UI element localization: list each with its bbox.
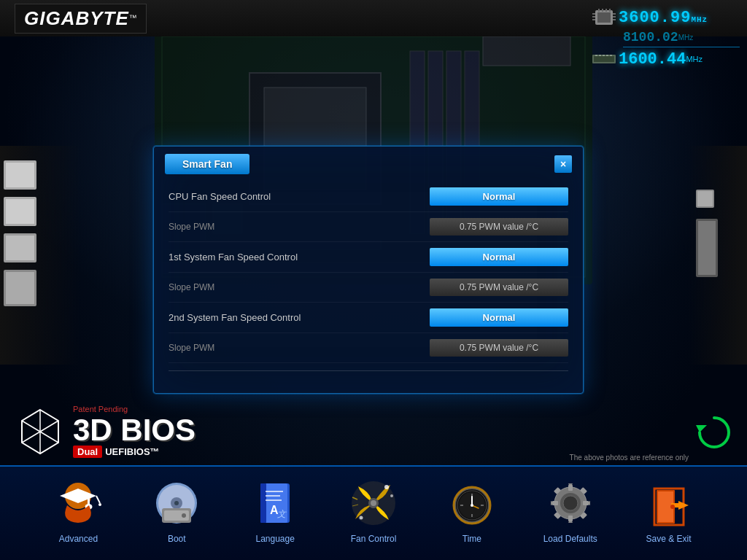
load-defaults-icon-wrap (541, 474, 600, 532)
svg-rect-16 (592, 16, 595, 18)
svg-rect-23 (605, 9, 607, 12)
language-icon: A 文 (249, 478, 301, 529)
fan-control-icon (347, 474, 401, 532)
bus-speed-value: 8100.02 (623, 30, 678, 44)
time-icon (446, 478, 498, 529)
svg-rect-96 (552, 501, 558, 505)
sys2-fan-value-btn[interactable]: Normal (430, 308, 568, 327)
fan-control-label: Fan Control (351, 534, 397, 544)
time-label: Time (462, 534, 481, 544)
load-defaults-icon (545, 478, 596, 529)
svg-marker-51 (696, 425, 707, 432)
svg-rect-33 (6, 163, 34, 187)
svg-rect-28 (599, 55, 601, 56)
smart-fan-tab[interactable]: Smart Fan (165, 154, 249, 174)
sys1-pwm-label: Slope PWM (169, 282, 214, 292)
svg-rect-22 (602, 9, 603, 12)
boot-icon (151, 478, 202, 529)
svg-rect-97 (583, 501, 589, 505)
cpu-pwm-row: Slope PWM 0.75 PWM value /°C (169, 212, 568, 242)
time-icon-wrap (443, 474, 501, 532)
sys2-pwm-label: Slope PWM (169, 343, 214, 353)
load-defaults-label: Load Defaults (543, 534, 597, 544)
svg-rect-94 (568, 485, 573, 491)
bios-brand: Patent Pending 3D BIOS Dual UEFI BIOS™ (15, 405, 196, 458)
nav-item-save-exit[interactable]: Save & Exit (619, 474, 718, 544)
svg-rect-24 (609, 9, 611, 12)
dual-badge: Dual (73, 446, 102, 458)
svg-rect-35 (6, 199, 34, 224)
nav-item-time[interactable]: Time (422, 474, 521, 544)
svg-rect-41 (697, 191, 713, 206)
ram-speed-row: 1600.44MHz (589, 49, 740, 69)
svg-rect-30 (606, 55, 608, 56)
left-connectors (0, 146, 80, 365)
nav-item-advanced[interactable]: Advanced (29, 474, 128, 544)
dialog-close-button[interactable]: × (554, 155, 572, 173)
svg-rect-26 (594, 56, 614, 62)
cpu-speed-value: 3600.99MHz (619, 9, 708, 27)
save-exit-icon (643, 478, 694, 529)
3d-bios-cube-icon (15, 406, 66, 457)
svg-rect-31 (610, 55, 612, 56)
svg-rect-69 (266, 495, 280, 497)
speed-panel: 3600.99MHz 8100.02MHz 1600.44MHz (589, 7, 740, 71)
svg-text:文: 文 (277, 509, 287, 519)
svg-line-46 (22, 421, 40, 432)
sys2-fan-label: 2nd System Fan Speed Control (169, 312, 301, 323)
svg-point-78 (371, 500, 376, 506)
svg-rect-14 (597, 12, 611, 23)
cpu-icon (589, 7, 619, 28)
ram-speed-value: 1600.44 (619, 50, 686, 69)
dialog-content: CPU Fan Speed Control Normal Slope PWM 0… (154, 182, 583, 371)
sys1-fan-label: 1st System Fan Speed Control (169, 252, 298, 262)
svg-rect-21 (598, 9, 600, 12)
svg-point-64 (182, 513, 186, 518)
gigabyte-logo: GIGABYTE™ (15, 4, 147, 34)
sys1-pwm-value-btn[interactable]: 0.75 PWM value /°C (430, 279, 568, 296)
cpu-fan-value-btn[interactable]: Normal (430, 187, 568, 206)
bios-text-sm: BIOS™ (127, 446, 160, 457)
save-exit-label: Save & Exit (646, 534, 692, 544)
sys1-pwm-row: Slope PWM 0.75 PWM value /°C (169, 273, 568, 303)
nav-item-boot[interactable]: Boot (128, 474, 226, 544)
svg-rect-8 (483, 36, 570, 66)
svg-line-49 (22, 432, 40, 443)
uefi-text: UEFI (105, 446, 127, 457)
brand-tm: ™ (129, 12, 137, 21)
dual-uefi-bar: Dual UEFI BIOS™ (73, 446, 196, 458)
svg-marker-53 (60, 489, 96, 503)
svg-rect-67 (260, 483, 266, 523)
refresh-button[interactable] (696, 414, 732, 451)
svg-rect-95 (568, 516, 573, 521)
right-connectors (689, 146, 747, 365)
nav-item-language[interactable]: A 文 Language (226, 474, 325, 544)
svg-point-75 (390, 494, 393, 497)
sys2-pwm-value-btn[interactable]: 0.75 PWM value /°C (430, 339, 568, 357)
smart-fan-dialog: Smart Fan × CPU Fan Speed Control Normal… (153, 146, 584, 394)
brand-name: GIGABYTE (24, 7, 129, 29)
svg-rect-19 (613, 16, 616, 18)
cpu-pwm-value-btn[interactable]: 0.75 PWM value /°C (430, 218, 568, 236)
boot-label: Boot (168, 534, 186, 544)
svg-rect-39 (6, 272, 34, 304)
nav-item-load-defaults[interactable]: Load Defaults (521, 474, 619, 544)
svg-rect-43 (698, 221, 716, 275)
3d-bios-text: 3D BIOS (73, 415, 196, 446)
dialog-title-bar: Smart Fan × (154, 147, 583, 182)
svg-rect-17 (592, 19, 595, 20)
cpu-pwm-label: Slope PWM (169, 222, 214, 232)
reference-note: The above photos are reference only (570, 454, 689, 462)
svg-point-74 (384, 485, 389, 489)
advanced-icon-wrap (49, 474, 107, 532)
speed-divider (623, 47, 740, 47)
nav-item-fan-control[interactable]: Fan Control (325, 474, 423, 544)
cpu-fan-row: CPU Fan Speed Control Normal (169, 182, 568, 212)
sys1-fan-value-btn[interactable]: Normal (430, 248, 568, 266)
svg-rect-68 (266, 491, 283, 492)
svg-line-47 (40, 421, 58, 432)
fan-icon-wrap (344, 474, 403, 532)
sys2-fan-row: 2nd System Fan Speed Control Normal (169, 303, 568, 333)
svg-line-56 (96, 496, 100, 503)
svg-line-50 (40, 432, 58, 443)
